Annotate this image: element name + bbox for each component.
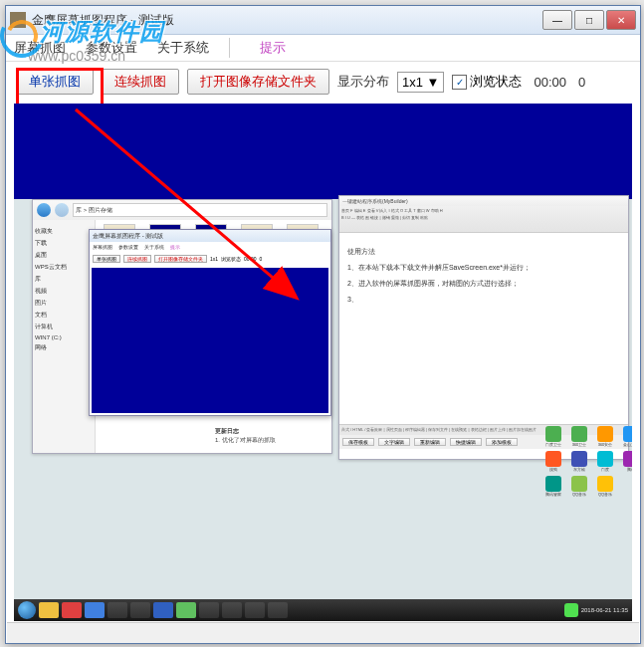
window-title: 金鹰屏幕抓图程序 - 测试版 — [32, 12, 540, 29]
nested-app-window: 金鹰屏幕抓图程序 - 测试版 屏幕抓图 参数设置 关于系统 提示 单张抓图 连续… — [89, 229, 331, 416]
open-folder-button[interactable]: 打开图像存储文件夹 — [187, 69, 329, 95]
toolbar-time: 00:00 — [534, 75, 566, 90]
start-button-icon — [18, 601, 36, 619]
sidebar-item: 视频 — [35, 287, 93, 296]
taskbar-item — [268, 602, 288, 618]
taskbar-clock: 2018-06-21 11:35 — [581, 607, 628, 613]
capture-area: 库 > 图片存储 收藏夹 下载 桌面 WPS云文档 库 视频 图片 文档 计算机… — [14, 104, 632, 621]
editor-body: 使用方法 1、在本站下载本下载文件并解压SaveScreen.exe*并运行； … — [339, 233, 628, 424]
explorer-path: 库 > 图片存储 — [73, 203, 327, 217]
taskbar-item — [222, 602, 242, 618]
checkbox-icon: ✓ — [452, 75, 467, 90]
desktop-icon: 东方输 — [569, 451, 589, 472]
menu-divider — [229, 38, 230, 58]
nested-content — [92, 268, 328, 413]
browse-state-checkbox[interactable]: ✓ 浏览状态 — [452, 73, 522, 91]
taskbar: 2018-06-21 11:35 — [14, 599, 632, 621]
sidebar-item: 网络 — [35, 343, 93, 352]
single-capture-button[interactable]: 单张抓图 — [16, 69, 94, 95]
toolbar: 单张抓图 连续抓图 打开图像存储文件夹 显示分布 1x1 ▼ ✓ 浏览状态 00… — [6, 62, 640, 102]
layout-select[interactable]: 1x1 ▼ — [397, 72, 444, 93]
taskbar-item — [245, 602, 265, 618]
sidebar-item: 下载 — [35, 239, 93, 248]
editor-window: 一键建站程序系统(MyBuilder) 首页 F 编辑 E 查看 V 插入 I … — [338, 195, 629, 460]
desktop-icons: 百度卫士 360卫士 360安全 金山卫士 搜狗 东方输 百度 腾讯 腾讯管家 … — [543, 426, 632, 497]
layout-value: 1x1 — [402, 75, 423, 90]
maximize-button[interactable]: □ — [574, 10, 604, 30]
menubar: 屏幕抓图 参数设置 关于系统 提示 — [6, 35, 640, 62]
app-icon — [10, 12, 26, 28]
sidebar-item: 收藏夹 — [35, 227, 93, 236]
sidebar-item: 桌面 — [35, 251, 93, 260]
taskbar-tray: 2018-06-21 11:35 — [564, 603, 628, 617]
desktop-icon: 搜狗 — [543, 451, 563, 472]
menu-screen-capture[interactable]: 屏幕抓图 — [14, 39, 66, 57]
nested-titlebar: 金鹰屏幕抓图程序 - 测试版 — [90, 230, 330, 242]
menu-about[interactable]: 关于系统 — [157, 39, 209, 57]
nested-cont-btn: 连续抓图 — [123, 255, 151, 263]
desktop-icon: 360安全 — [595, 426, 615, 447]
sidebar-item: 文档 — [35, 311, 93, 320]
desktop-icon: QQ音乐 — [569, 476, 589, 497]
taskbar-item — [199, 602, 219, 618]
explorer-sidebar: 收藏夹 下载 桌面 WPS云文档 库 视频 图片 文档 计算机 WIN7 (C:… — [33, 220, 96, 453]
desktop-icon: 腾讯管家 — [543, 476, 563, 497]
nested-single-btn: 单张抓图 — [93, 255, 120, 263]
continuous-capture-button[interactable]: 连续抓图 — [102, 69, 179, 95]
explorer-log: 更新日志 1. 优化了对屏幕的抓取 — [215, 427, 327, 445]
chevron-down-icon: ▼ — [427, 75, 440, 90]
desktop-icon: QQ音乐 — [595, 476, 615, 497]
taskbar-item — [85, 602, 105, 618]
desktop-screenshot: 库 > 图片存储 收藏夹 下载 桌面 WPS云文档 库 视频 图片 文档 计算机… — [14, 199, 632, 621]
sidebar-item: 库 — [35, 275, 93, 284]
editor-toolbar: 首页 F 编辑 E 查看 V 插入 I 格式 O 工具 T 窗口 W 帮助 H … — [339, 206, 628, 233]
sidebar-item: 图片 — [35, 299, 93, 308]
desktop-icon: 360卫士 — [569, 426, 589, 447]
nested-open-btn: 打开图像存储文件夹 — [154, 255, 207, 263]
taskbar-item — [153, 602, 173, 618]
sidebar-item: WPS云文档 — [35, 263, 93, 272]
taskbar-item — [39, 602, 59, 618]
desktop-icon: 百度 — [595, 451, 615, 472]
tray-icon — [564, 603, 578, 617]
taskbar-item — [107, 602, 127, 618]
nested-toolbar: 单张抓图 连续抓图 打开图像存储文件夹 1x1 浏览状态 00:00 0 — [90, 252, 330, 266]
nav-fwd-icon — [55, 203, 69, 217]
desktop-icon: 金山卫士 — [621, 426, 632, 447]
nested-menubar: 屏幕抓图 参数设置 关于系统 提示 — [90, 242, 330, 252]
taskbar-item — [62, 602, 82, 618]
editor-title: 一键建站程序系统(MyBuilder) — [339, 196, 628, 206]
desktop-icon: 百度卫士 — [543, 426, 563, 447]
menu-hint[interactable]: 提示 — [260, 39, 286, 57]
taskbar-item — [130, 602, 150, 618]
statusbar — [7, 622, 639, 643]
layout-label: 显示分布 — [337, 73, 389, 91]
explorer-header: 库 > 图片存储 — [33, 200, 331, 220]
toolbar-counter: 0 — [578, 75, 585, 90]
close-button[interactable]: ✕ — [606, 10, 636, 30]
desktop-icon: 腾讯 — [621, 451, 632, 472]
sidebar-item: WIN7 (C:) — [35, 334, 93, 340]
taskbar-item — [176, 602, 196, 618]
main-window: 金鹰屏幕抓图程序 - 测试版 — □ ✕ 屏幕抓图 参数设置 关于系统 提示 单… — [5, 5, 641, 644]
minimize-button[interactable]: — — [542, 10, 572, 30]
nav-back-icon — [37, 203, 51, 217]
menu-settings[interactable]: 参数设置 — [86, 39, 137, 57]
titlebar: 金鹰屏幕抓图程序 - 测试版 — □ ✕ — [6, 6, 640, 35]
browse-state-label: 浏览状态 — [470, 73, 522, 91]
sidebar-item: 计算机 — [35, 323, 93, 331]
